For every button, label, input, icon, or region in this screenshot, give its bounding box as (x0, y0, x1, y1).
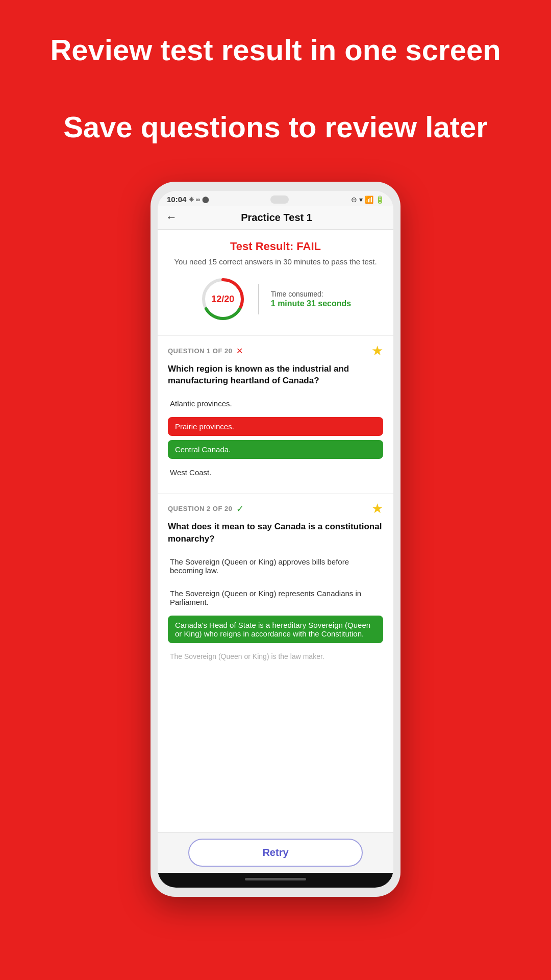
app-bar: ← Practice Test 1 (158, 206, 393, 230)
notch (270, 195, 289, 204)
app-title: Practice Test 1 (183, 212, 385, 224)
promo-line1: Review test result in one screen (50, 31, 500, 69)
score-value: 12/20 (211, 293, 234, 304)
do-not-disturb-icon: ⊖ (351, 195, 357, 204)
result-subtitle: You need 15 correct answers in 30 minute… (170, 256, 381, 268)
question-2-header: QUESTION 2 OF 20 ✓ ★ (168, 501, 383, 517)
question-1-option-3: Central Canada. (168, 440, 383, 459)
result-section: Test Result: FAIL You need 15 correct an… (158, 230, 393, 336)
time-label: Time consumed: (271, 290, 351, 298)
signal-icon: 📶 (365, 195, 373, 204)
status-right: ⊖ ▾ 📶 🔋 (351, 195, 384, 204)
phone-screen: 10:04 ✳ ∞ ⬤ ⊖ ▾ 📶 🔋 ← Practice Test 1 Te… (158, 191, 393, 888)
question-1-meta: QUESTION 1 OF 20 ✕ (168, 346, 243, 356)
retry-button[interactable]: Retry (188, 839, 363, 867)
status-left: 10:04 ✳ ∞ ⬤ (167, 195, 209, 204)
question-1-text: Which region is known as the industrial … (168, 363, 383, 387)
wifi-icon: ▾ (359, 195, 363, 204)
result-label: Test Result: (230, 240, 296, 253)
retry-bar: Retry (158, 832, 393, 873)
status-time: 10:04 (167, 195, 186, 204)
score-circle: 12/20 (200, 276, 246, 322)
question-1-option-2: Prairie provinces. (168, 417, 383, 436)
question-2-result-icon: ✓ (236, 503, 244, 514)
result-title: Test Result: FAIL (170, 240, 381, 253)
question-2-meta: QUESTION 2 OF 20 ✓ (168, 503, 244, 514)
back-button[interactable]: ← (166, 211, 177, 224)
score-time-row: 12/20 Time consumed: 1 minute 31 seconds (170, 276, 381, 322)
question-1-number: QUESTION 1 OF 20 (168, 347, 232, 355)
home-indicator (245, 878, 306, 880)
battery-icon: 🔋 (375, 195, 384, 204)
question-2-option-3: Canada's Head of State is a hereditary S… (168, 616, 383, 643)
question-1-section: QUESTION 1 OF 20 ✕ ★ Which region is kno… (158, 336, 393, 494)
phone-mockup: 10:04 ✳ ∞ ⬤ ⊖ ▾ 📶 🔋 ← Practice Test 1 Te… (151, 182, 400, 897)
time-info: Time consumed: 1 minute 31 seconds (271, 290, 351, 308)
question-1-option-1: Atlantic provinces. (168, 394, 383, 413)
score-divider (258, 284, 259, 314)
question-2-section: QUESTION 2 OF 20 ✓ ★ What does it mean t… (158, 494, 393, 674)
status-icons: ✳ ∞ ⬤ (189, 196, 208, 203)
question-1-result-icon: ✕ (236, 346, 243, 356)
status-bar: 10:04 ✳ ∞ ⬤ ⊖ ▾ 📶 🔋 (158, 191, 393, 206)
question-2-option-1: The Sovereign (Queen or King) approves b… (168, 552, 383, 580)
home-bar (158, 873, 393, 888)
time-value: 1 minute 31 seconds (271, 299, 351, 308)
promo-line2: Save questions to review later (50, 108, 500, 146)
question-2-option-4: The Sovereign (Queen or King) is the law… (168, 647, 383, 663)
promo-text: Review test result in one screen Save qu… (9, 0, 541, 166)
result-status: FAIL (296, 240, 321, 253)
question-2-number: QUESTION 2 OF 20 (168, 505, 232, 512)
question-2-star[interactable]: ★ (371, 501, 383, 517)
question-1-header: QUESTION 1 OF 20 ✕ ★ (168, 343, 383, 359)
scroll-content: Test Result: FAIL You need 15 correct an… (158, 230, 393, 832)
question-1-option-4: West Coast. (168, 463, 383, 482)
question-2-text: What does it mean to say Canada is a con… (168, 521, 383, 545)
question-1-star[interactable]: ★ (371, 343, 383, 359)
question-2-option-2: The Sovereign (Queen or King) represents… (168, 584, 383, 611)
